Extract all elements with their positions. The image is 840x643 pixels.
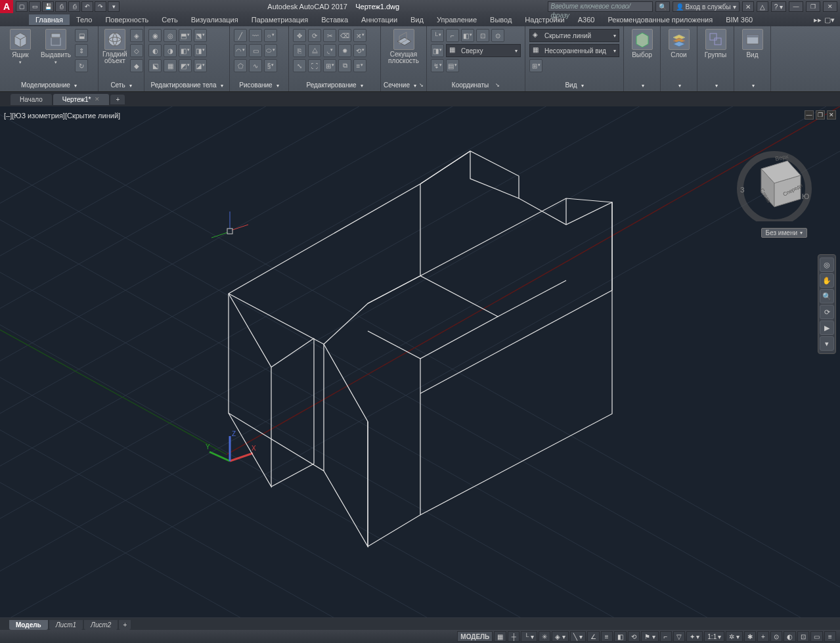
trim-icon[interactable]: ✂ <box>323 29 336 42</box>
status-clean-icon[interactable]: ▭ <box>810 631 823 642</box>
qat-saveas-icon[interactable]: ⎙ <box>55 1 67 12</box>
tab-featured[interactable]: Рекомендованные приложения <box>601 14 719 25</box>
help-icon[interactable]: ? ▾ <box>771 1 786 12</box>
panel-view-title[interactable]: Вид <box>565 81 577 89</box>
qat-save-icon[interactable]: 💾 <box>42 1 54 12</box>
tab-close-icon[interactable]: ✕ <box>95 96 100 102</box>
ucs-z-icon[interactable]: ↯ <box>431 59 444 72</box>
panel-modify-title[interactable]: Редактирование <box>306 81 356 89</box>
status-polar-icon[interactable]: ✳ <box>539 631 550 642</box>
nav-showmotion-icon[interactable]: ▶ <box>820 321 834 335</box>
status-annovis-icon[interactable]: ✲ ▾ <box>726 631 743 642</box>
qat-plot-icon[interactable]: ⎙ <box>68 1 80 12</box>
panel-modeling-title[interactable]: Моделирование <box>21 81 70 89</box>
mesh-less-icon[interactable]: ◇ <box>130 44 143 57</box>
mesh-more-icon[interactable]: ◈ <box>130 29 143 42</box>
presspull-icon[interactable]: ⇕ <box>75 44 88 57</box>
status-isolate-icon[interactable]: ◐ <box>784 631 796 642</box>
tab-parametric[interactable]: Параметризация <box>245 14 315 25</box>
tab-insert[interactable]: Вставка <box>315 14 355 25</box>
tab-surface[interactable]: Поверхность <box>99 14 155 25</box>
smooth-button[interactable]: Гладкий объект <box>102 29 127 80</box>
ucs-prev-icon[interactable]: ⌐ <box>446 29 459 42</box>
slice-icon[interactable]: ⬕ <box>148 59 162 72</box>
taper-face-icon[interactable]: ⬔ <box>194 29 207 42</box>
qat-open-icon[interactable]: ▭ <box>29 1 41 12</box>
move-icon[interactable]: ✥ <box>293 29 306 42</box>
separate-icon[interactable]: ◪ <box>194 59 207 72</box>
align-icon[interactable]: ≡ <box>353 59 366 72</box>
panel-coords-title[interactable]: Координаты <box>452 81 489 89</box>
panel-section-title[interactable]: Сечение <box>384 81 410 89</box>
status-osnap-icon[interactable]: ╲ ▾ <box>570 631 586 642</box>
status-annoscale-label[interactable]: 1:1 ▾ <box>704 631 724 642</box>
status-cycling-icon[interactable]: ⟲ <box>628 631 640 642</box>
tab-addins[interactable]: Надстройки <box>518 14 571 25</box>
groups-button[interactable]: Группы <box>701 29 730 80</box>
status-lineweight-icon[interactable]: ≡ <box>601 631 613 642</box>
qat-undo-icon[interactable]: ↶ <box>81 1 93 12</box>
mirror-icon[interactable]: ⧋ <box>308 44 321 57</box>
circle-icon[interactable]: ○ <box>264 29 277 42</box>
status-filter-icon[interactable]: ▽ <box>673 631 685 642</box>
ucs-obj-icon[interactable]: ◨ <box>431 44 444 57</box>
nav-wheel-icon[interactable]: ◎ <box>820 257 834 272</box>
nav-zoom-icon[interactable]: 🔍 <box>820 289 834 303</box>
tab-main[interactable]: Главная <box>29 14 70 25</box>
viewcube[interactable]: Верх Слева Спереди З Ю <box>735 143 814 221</box>
saved-view-combo[interactable]: ▦ Несохраненный вид ▾ <box>529 44 619 57</box>
3drotate-icon[interactable]: ⟲ <box>353 44 366 57</box>
extrude-face-icon[interactable]: ⬒ <box>179 29 192 42</box>
status-annomonitor-icon[interactable]: + <box>757 631 769 642</box>
polygon-icon[interactable]: ⬠ <box>234 59 247 72</box>
viewport-config-icon[interactable]: ⊞ <box>529 59 542 72</box>
view-top-combo[interactable]: ▦ Сверху ▾ <box>446 44 521 57</box>
status-snap-icon[interactable]: ┼ <box>508 631 519 642</box>
ucs-face-icon[interactable]: ◧ <box>461 29 474 42</box>
thicken-icon[interactable]: ▦ <box>164 59 177 72</box>
rotate-icon[interactable]: ⟳ <box>308 29 321 42</box>
polyline-icon[interactable]: 〰 <box>249 29 262 42</box>
status-hardware-icon[interactable]: ⊡ <box>797 631 809 642</box>
signin-button[interactable]: 👤 Вход в службы ▾ <box>673 1 740 12</box>
app-logo[interactable]: A <box>0 0 13 13</box>
union-icon[interactable]: ◉ <box>148 29 162 42</box>
search-input[interactable]: Введите ключевое слово/фразу <box>548 1 653 12</box>
tab-layout2[interactable]: Лист2 <box>84 620 118 630</box>
helix-icon[interactable]: § <box>264 59 277 72</box>
qat-new-icon[interactable]: ▢ <box>16 1 28 12</box>
panel-draw-title[interactable]: Рисование <box>239 81 272 89</box>
copy-icon[interactable]: ⎘ <box>293 44 306 57</box>
status-customize-icon[interactable]: ≡ <box>824 631 836 642</box>
qat-redo-icon[interactable]: ↷ <box>95 1 106 12</box>
ucs-world-icon[interactable]: └ <box>431 29 444 42</box>
minimize-button[interactable]: — <box>789 1 803 12</box>
section-plane-button[interactable]: Секущая плоскость <box>385 29 422 80</box>
stretch-icon[interactable]: ⤡ <box>293 59 306 72</box>
tab-drawing1[interactable]: Чертеж1* ✕ <box>53 94 110 105</box>
array-icon[interactable]: ⊞ <box>323 59 336 72</box>
tab-a360[interactable]: A360 <box>571 14 602 25</box>
status-transparency-icon[interactable]: ◧ <box>614 631 627 642</box>
interfere-icon[interactable]: ◑ <box>164 44 177 57</box>
panel-menu-icon[interactable]: ▢▾ <box>824 16 835 24</box>
ucs-origin-icon[interactable]: ⊙ <box>491 29 504 42</box>
imprint-icon[interactable]: ◩ <box>179 59 192 72</box>
tab-mesh[interactable]: Сеть <box>155 14 184 25</box>
nav-orbit-icon[interactable]: ⟳ <box>820 305 834 319</box>
revolve-icon[interactable]: ↻ <box>75 59 88 72</box>
status-otrack-icon[interactable]: ∠ <box>587 631 600 642</box>
erase-icon[interactable]: ⌫ <box>338 29 351 42</box>
status-workspace-icon[interactable]: ✱ <box>744 631 756 642</box>
tab-add-layout[interactable]: + <box>119 620 131 630</box>
box-button[interactable]: Ящик ▾ <box>4 29 37 80</box>
status-iso-icon[interactable]: ◈ ▾ <box>552 631 569 642</box>
tab-layout1[interactable]: Лист1 <box>49 620 83 630</box>
ucs-named-icon[interactable]: ▤ <box>446 59 459 72</box>
tab-manage[interactable]: Управление <box>430 14 483 25</box>
intersect-icon[interactable]: ◐ <box>148 44 162 57</box>
arc-icon[interactable]: ◠ <box>234 44 247 57</box>
shell-icon[interactable]: ◨ <box>194 44 207 57</box>
tab-view[interactable]: Вид <box>404 14 430 25</box>
ucs-view-icon[interactable]: ⊡ <box>476 29 489 42</box>
